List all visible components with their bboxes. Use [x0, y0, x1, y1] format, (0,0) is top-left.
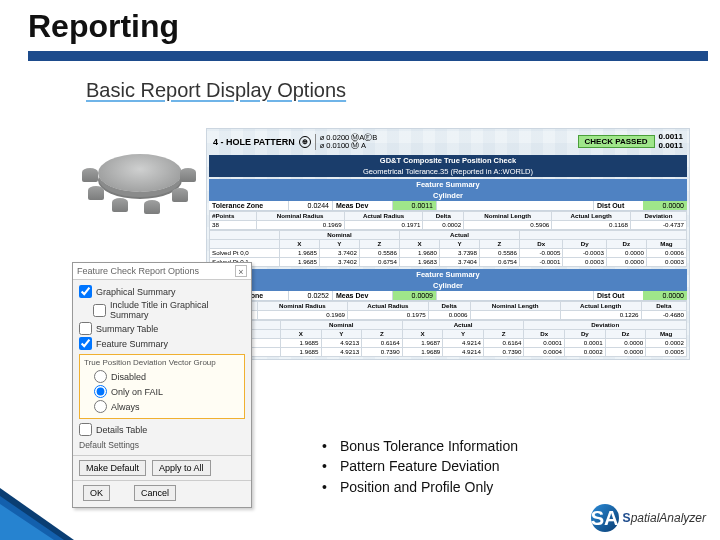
chk-graphical-summary[interactable]: Graphical Summary	[79, 284, 245, 299]
radio-always[interactable]: Always	[84, 399, 240, 414]
report-options-dialog: Feature Check Report Options × Graphical…	[72, 262, 252, 508]
page-title: Reporting	[0, 0, 720, 49]
chk-include-title[interactable]: Include Title in Graphical Summary	[79, 299, 245, 321]
radius-table: #Points Nominal RadiusActual RadiusDelta…	[209, 211, 687, 230]
cancel-button[interactable]: Cancel	[134, 485, 176, 501]
title-divider	[28, 51, 708, 61]
chk-details-table[interactable]: Details Table	[79, 422, 245, 437]
close-icon[interactable]: ×	[235, 265, 247, 277]
xyz-table: Nominal Actual XYZ XYZ DxDyDzMag Solved …	[209, 230, 687, 267]
gdt-callout: ø 0.0200 ⓂAⒺB ø 0.0100 Ⓜ A	[315, 134, 378, 151]
tolerance-row: Tolerance Zone0.0244 Meas Dev0.0011 Dist…	[209, 201, 687, 211]
default-settings-label: Default Settings	[79, 440, 245, 450]
table-row: Solved Pt 1,1 1.96854.92130.7390 1.96894…	[210, 347, 687, 356]
table-row: 38 0.19690.19750.0006 0.1226-0.4680	[210, 310, 687, 319]
radio-only-on-fail[interactable]: Only on FAIL	[84, 384, 240, 399]
bullet-icon: •	[322, 477, 330, 497]
bullet-icon: •	[322, 436, 330, 456]
band-cylinder: Cylinder	[209, 190, 687, 201]
radio-disabled[interactable]: Disabled	[84, 369, 240, 384]
logo-text: SpatialAnalyzer	[623, 511, 706, 525]
table-row: Solved Pt 0,0 1.96853.74020.5586 1.96803…	[210, 248, 687, 257]
report-panel: 4 - HOLE PATTERN ⊕ ø 0.0200 ⓂAⒺB ø 0.010…	[206, 128, 690, 360]
vector-group-title: True Position Deviation Vector Group	[84, 358, 240, 367]
chk-summary-table[interactable]: Summary Table	[79, 321, 245, 336]
table-row: Solved Pt 1,0 1.96854.92130.6164 1.96874…	[210, 338, 687, 347]
apply-to-all-button[interactable]: Apply to All	[152, 460, 211, 476]
logo-mark-icon: SA	[591, 504, 619, 532]
brand-logo: SA SpatialAnalyzer	[591, 504, 706, 532]
radius-table: #Points Nominal RadiusActual RadiusDelta…	[209, 301, 687, 320]
xyz-table: Nominal Actual Deviation XYZ XYZ DxDyDzM…	[209, 320, 687, 357]
report-header: 4 - HOLE PATTERN ⊕ ø 0.0200 ⓂAⒺB ø 0.010…	[209, 131, 687, 153]
tolerance-row: Tolerance Zone0.0252 Meas Dev0.0009 Dist…	[209, 291, 687, 301]
bullet-icon: •	[322, 456, 330, 476]
section-heading: Basic Report Display Options	[0, 79, 720, 104]
bullet-list: •Bonus Tolerance Information •Pattern Fe…	[322, 436, 518, 497]
check-status-badge: CHECK PASSED	[578, 135, 655, 148]
bullet-text: Pattern Feature Deviation	[340, 456, 500, 476]
band-feature-summary-2: Feature Summary	[209, 269, 687, 280]
vector-group-frame: True Position Deviation Vector Group Dis…	[79, 354, 245, 419]
band-feature-summary: Feature Summary	[209, 179, 687, 190]
report-title: 4 - HOLE PATTERN	[213, 137, 295, 147]
position-symbol-icon: ⊕	[299, 136, 311, 148]
make-default-button[interactable]: Make Default	[79, 460, 146, 476]
bullet-text: Position and Profile Only	[340, 477, 493, 497]
header-values: 0.00110.0011	[659, 133, 683, 151]
ok-button[interactable]: OK	[83, 485, 110, 501]
chk-feature-summary[interactable]: Feature Summary	[79, 336, 245, 351]
dialog-title: Feature Check Report Options	[77, 266, 199, 276]
table-row: 38 0.19690.19710.0002 0.59060.1168-0.473…	[210, 220, 687, 229]
table-row: Solved Pt 0,1 1.96853.74020.6754 1.96833…	[210, 257, 687, 266]
bullet-text: Bonus Tolerance Information	[340, 436, 518, 456]
band-cylinder-2: Cylinder	[209, 280, 687, 291]
band-geom: Geometrical Tolerance.35 (Reported in A:…	[209, 166, 687, 177]
band-gdt: GD&T Composite True Position Check	[209, 155, 687, 166]
part-illustration	[78, 140, 198, 232]
